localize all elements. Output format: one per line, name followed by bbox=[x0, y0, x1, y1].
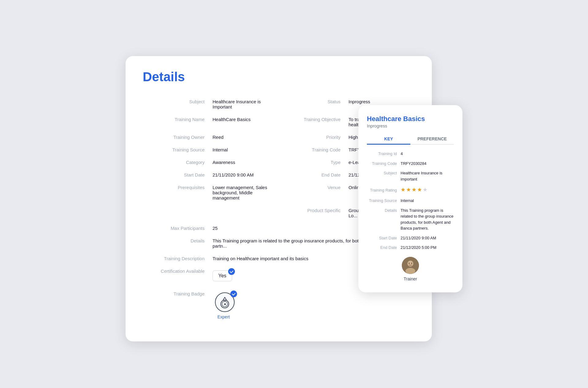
side-details-value: This Training program is related to the … bbox=[401, 207, 454, 231]
badge-text-label: Expert bbox=[215, 314, 230, 319]
product-specific-label: Product Specific bbox=[279, 204, 346, 222]
side-training-source-row: Training Source Internal bbox=[367, 198, 454, 204]
training-source-value: Internal bbox=[210, 143, 279, 156]
category-value: Awareness bbox=[210, 156, 279, 169]
max-participants-value: 25 bbox=[210, 222, 279, 234]
star-5: ★ bbox=[423, 186, 428, 194]
end-date-label: End Date bbox=[279, 169, 346, 181]
page-title: Details bbox=[143, 70, 415, 84]
side-training-source-value: Internal bbox=[401, 198, 454, 204]
svg-point-7 bbox=[409, 263, 410, 264]
trainer-label: Trainer bbox=[404, 276, 417, 281]
side-start-date-label: Start Date bbox=[367, 236, 401, 240]
training-owner-value: Reed bbox=[210, 131, 279, 143]
side-start-date-row: Start Date 21/11/2020 9:00 AM bbox=[367, 235, 454, 241]
side-details-row: Details This Training program is related… bbox=[367, 207, 454, 231]
trainer-section: Trainer bbox=[367, 257, 454, 281]
side-subject-label: Subject bbox=[367, 171, 401, 175]
training-name-label: Training Name bbox=[143, 113, 210, 131]
type-label: Type bbox=[279, 156, 346, 169]
training-owner-label: Training Owner bbox=[143, 131, 210, 143]
empty-label bbox=[143, 204, 210, 222]
cert-available-label: Certification Available bbox=[143, 265, 210, 285]
side-card-title: Healthcare Basics bbox=[367, 115, 454, 123]
category-label: Category bbox=[143, 156, 210, 169]
side-training-code-value: TRFY2030284 bbox=[401, 161, 454, 167]
training-description-label: Training Description bbox=[143, 252, 210, 265]
start-date-label: Start Date bbox=[143, 169, 210, 181]
side-end-date-row: End Date 21/12/2020 5:00 PM bbox=[367, 245, 454, 251]
star-1: ★ bbox=[401, 186, 405, 194]
side-training-source-label: Training Source bbox=[367, 198, 401, 203]
side-tabs: KEY PREFERENCE bbox=[367, 134, 454, 145]
side-details-label: Details bbox=[367, 208, 401, 213]
subject-label: Subject bbox=[143, 95, 210, 113]
side-end-date-label: End Date bbox=[367, 245, 401, 250]
side-training-id-row: Training Id 4 bbox=[367, 151, 454, 157]
yes-badge: Yes bbox=[213, 270, 232, 281]
key-tab-content: Training Id 4 Training Code TRFY2030284 … bbox=[367, 151, 454, 251]
training-badge-label: Training Badge bbox=[143, 285, 210, 323]
prerequisites-label: Prerequisites bbox=[143, 181, 210, 204]
side-training-rating-row: Training Rating ★ ★ ★ ★ ★ bbox=[367, 186, 454, 194]
yes-label: Yes bbox=[218, 273, 226, 279]
side-start-date-value: 21/11/2020 9:00 AM bbox=[401, 235, 454, 241]
star-3: ★ bbox=[412, 186, 417, 194]
side-subject-row: Subject Healthcare Insurance is importan… bbox=[367, 170, 454, 182]
max-participants-label: Max Participants bbox=[143, 222, 210, 234]
tab-key[interactable]: KEY bbox=[367, 134, 410, 145]
status-label: Status bbox=[279, 95, 346, 113]
empty-value bbox=[210, 204, 279, 222]
tab-preference[interactable]: PREFERENCE bbox=[410, 134, 454, 145]
badge-check-icon bbox=[230, 291, 237, 297]
svg-text:★: ★ bbox=[224, 302, 227, 306]
training-name-value: HealthCare Basics bbox=[210, 113, 279, 131]
badge-icon-wrap: ★ bbox=[215, 292, 235, 312]
star-rating: ★ ★ ★ ★ ★ bbox=[401, 186, 454, 194]
side-end-date-value: 21/12/2020 5:00 PM bbox=[401, 245, 454, 251]
star-2: ★ bbox=[406, 186, 411, 194]
side-training-id-label: Training Id bbox=[367, 151, 401, 156]
side-card: Healthcare Basics Inprogress KEY PREFERE… bbox=[358, 105, 462, 292]
side-training-id-value: 4 bbox=[401, 151, 454, 157]
star-4: ★ bbox=[417, 186, 422, 194]
side-subject-value: Healthcare Insurance is important bbox=[401, 170, 454, 182]
svg-point-5 bbox=[405, 268, 415, 274]
svg-point-8 bbox=[411, 263, 412, 264]
side-training-rating-value: ★ ★ ★ ★ ★ bbox=[401, 186, 454, 194]
training-source-label: Training Source bbox=[143, 143, 210, 156]
side-training-code-row: Training Code TRFY2030284 bbox=[367, 161, 454, 167]
cert-check-icon bbox=[228, 268, 235, 275]
venue-label: Venue bbox=[279, 181, 346, 204]
side-training-rating-label: Training Rating bbox=[367, 188, 401, 192]
trainer-avatar bbox=[402, 257, 419, 274]
side-training-code-label: Training Code bbox=[367, 161, 401, 166]
badge-container: ★ Expert bbox=[213, 289, 409, 319]
scene: Details Subject Healthcare Insurance is … bbox=[126, 56, 462, 332]
training-objective-label: Training Objective bbox=[279, 113, 346, 131]
start-date-value: 21/11/2020 9:00 AM bbox=[210, 169, 279, 181]
subject-value: Healthcare Insurance is Important bbox=[210, 95, 279, 113]
priority-label: Priority bbox=[279, 131, 346, 143]
details-label: Details bbox=[143, 234, 210, 252]
prerequisites-value: Lower management, Sales background, Midd… bbox=[210, 181, 279, 204]
side-card-status: Inprogress bbox=[367, 124, 454, 128]
training-code-label: Training Code bbox=[279, 143, 346, 156]
